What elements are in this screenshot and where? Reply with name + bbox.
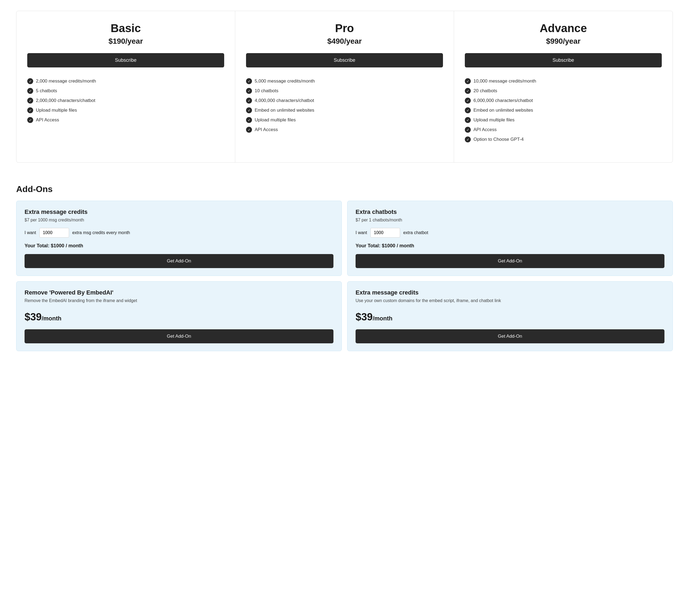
plan-price-pro: $490/year (246, 37, 443, 46)
check-icon: ✓ (465, 117, 471, 123)
check-icon: ✓ (27, 107, 33, 113)
plan-name-advance: Advance (465, 22, 662, 35)
feature-item: ✓Embed on unlimited websites (465, 107, 662, 113)
check-icon: ✓ (27, 97, 33, 104)
feature-text: API Access (36, 117, 59, 123)
feature-item: ✓API Access (27, 117, 224, 123)
check-icon: ✓ (465, 136, 471, 142)
addon-card-subtitle: $7 per 1 chatbots/month (356, 218, 664, 222)
feature-text: Embed on unlimited websites (473, 108, 533, 113)
check-icon: ✓ (465, 78, 471, 84)
feature-item: ✓5,000 message credits/month (246, 78, 443, 84)
addons-title: Add-Ons (16, 184, 673, 194)
addon-big-price: $39/month (25, 311, 333, 323)
check-icon: ✓ (246, 117, 252, 123)
feature-item: ✓2,000 message credits/month (27, 78, 224, 84)
addon-quantity-input[interactable] (370, 228, 400, 238)
feature-item: ✓Upload multiple files (246, 117, 443, 123)
plan-name-basic: Basic (27, 22, 224, 35)
addon-input-row: I wantextra chatbot (356, 228, 664, 238)
pricing-section: Basic$190/yearSubscribe✓2,000 message cr… (16, 11, 673, 162)
check-icon: ✓ (465, 88, 471, 94)
addon-button-custom-domains[interactable]: Get Add-On (356, 329, 664, 343)
feature-item: ✓2,000,000 characters/chatbot (27, 97, 224, 104)
feature-text: 2,000,000 characters/chatbot (36, 98, 95, 103)
check-icon: ✓ (246, 127, 252, 133)
check-icon: ✓ (246, 107, 252, 113)
features-list-pro: ✓5,000 message credits/month✓10 chatbots… (246, 78, 443, 133)
features-list-basic: ✓2,000 message credits/month✓5 chatbots✓… (27, 78, 224, 123)
feature-text: API Access (255, 127, 278, 132)
feature-text: Upload multiple files (36, 108, 77, 113)
feature-item: ✓Option to Choose GPT-4 (465, 136, 662, 142)
check-icon: ✓ (465, 107, 471, 113)
feature-text: 10,000 message credits/month (473, 79, 536, 84)
addon-description: Remove the EmbedAI branding from the ifr… (25, 298, 333, 303)
plan-price-basic: $190/year (27, 37, 224, 46)
addon-card-extra-chatbots: Extra chatbots$7 per 1 chatbots/monthI w… (347, 201, 673, 276)
addon-button-remove-powered-by[interactable]: Get Add-On (25, 329, 333, 343)
feature-item: ✓5 chatbots (27, 88, 224, 94)
check-icon: ✓ (27, 117, 33, 123)
check-icon: ✓ (246, 78, 252, 84)
addon-card-custom-domains: Extra message creditsUse your own custom… (347, 281, 673, 351)
addon-card-subtitle: $7 per 1000 msg credits/month (25, 218, 333, 222)
feature-item: ✓Upload multiple files (27, 107, 224, 113)
check-icon: ✓ (27, 78, 33, 84)
feature-item: ✓API Access (246, 127, 443, 133)
feature-item: ✓Embed on unlimited websites (246, 107, 443, 113)
feature-text: Upload multiple files (473, 117, 514, 123)
feature-item: ✓10 chatbots (246, 88, 443, 94)
check-icon: ✓ (465, 97, 471, 104)
feature-item: ✓4,000,000 characters/chatbot (246, 97, 443, 104)
check-icon: ✓ (27, 88, 33, 94)
feature-text: 5,000 message credits/month (255, 79, 315, 84)
feature-item: ✓10,000 message credits/month (465, 78, 662, 84)
addon-input-row: I wantextra msg credits every month (25, 228, 333, 238)
feature-text: 10 chatbots (255, 88, 278, 94)
addon-total: Your Total: $1000 / month (356, 243, 664, 249)
feature-text: API Access (473, 127, 497, 132)
plan-price-advance: $990/year (465, 37, 662, 46)
features-list-advance: ✓10,000 message credits/month✓20 chatbot… (465, 78, 662, 142)
addon-price-suffix: /month (42, 315, 61, 322)
feature-text: 5 chatbots (36, 88, 57, 94)
feature-item: ✓20 chatbots (465, 88, 662, 94)
feature-item: ✓API Access (465, 127, 662, 133)
pricing-card-advance: Advance$990/yearSubscribe✓10,000 message… (454, 11, 672, 162)
addon-input-prefix: I want (25, 230, 36, 235)
addon-card-title: Extra message credits (356, 289, 664, 296)
addon-quantity-input[interactable] (39, 228, 69, 238)
subscribe-button-advance[interactable]: Subscribe (465, 53, 662, 67)
addons-section: Add-Ons Extra message credits$7 per 1000… (16, 184, 673, 351)
pricing-card-basic: Basic$190/yearSubscribe✓2,000 message cr… (17, 11, 235, 162)
addon-card-title: Extra chatbots (356, 208, 664, 216)
addon-input-suffix: extra msg credits every month (72, 230, 130, 235)
check-icon: ✓ (246, 97, 252, 104)
feature-text: 4,000,000 characters/chatbot (255, 98, 314, 103)
addon-price-suffix: /month (372, 315, 392, 322)
plan-name-pro: Pro (246, 22, 443, 35)
feature-item: ✓Upload multiple files (465, 117, 662, 123)
feature-text: Option to Choose GPT-4 (473, 137, 524, 142)
addon-description: Use your own custom domains for the embe… (356, 298, 664, 303)
feature-text: Upload multiple files (255, 117, 296, 123)
pricing-card-pro: Pro$490/yearSubscribe✓5,000 message cred… (235, 11, 454, 162)
addon-total: Your Total: $1000 / month (25, 243, 333, 249)
feature-text: 20 chatbots (473, 88, 497, 94)
addon-button-extra-chatbots[interactable]: Get Add-On (356, 254, 664, 268)
addon-input-suffix: extra chatbot (403, 230, 428, 235)
addon-card-title: Extra message credits (25, 208, 333, 216)
addon-card-title: Remove 'Powered By EmbedAI' (25, 289, 333, 296)
addons-grid: Extra message credits$7 per 1000 msg cre… (16, 201, 673, 351)
check-icon: ✓ (246, 88, 252, 94)
addon-button-extra-msg-credits[interactable]: Get Add-On (25, 254, 333, 268)
feature-text: 6,000,000 characters/chatbot (473, 98, 533, 103)
subscribe-button-pro[interactable]: Subscribe (246, 53, 443, 67)
subscribe-button-basic[interactable]: Subscribe (27, 53, 224, 67)
addon-big-price: $39/month (356, 311, 664, 323)
feature-text: 2,000 message credits/month (36, 79, 96, 84)
check-icon: ✓ (465, 127, 471, 133)
feature-text: Embed on unlimited websites (255, 108, 314, 113)
feature-item: ✓6,000,000 characters/chatbot (465, 97, 662, 104)
